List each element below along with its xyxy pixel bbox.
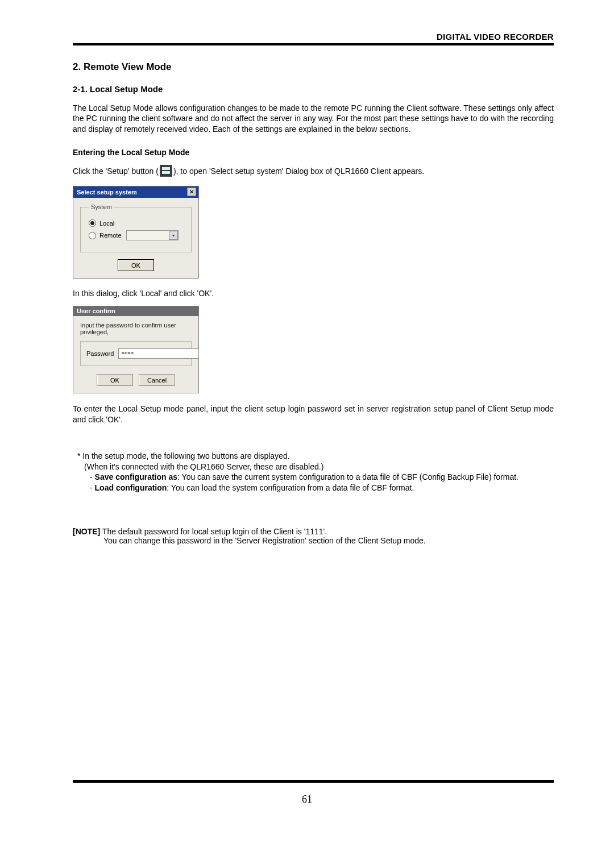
system-legend: System: [89, 203, 114, 210]
setup-icon: [160, 165, 172, 177]
mid-instruction: In this dialog, click 'Local' and click …: [73, 289, 554, 298]
dash1: -: [90, 472, 95, 481]
chevron-down-icon[interactable]: ▾: [169, 231, 178, 240]
user-confirm-dialog: User confirm Input the password to confi…: [73, 306, 199, 393]
footer-rule-wrap: [73, 780, 554, 783]
page-number: 61: [0, 794, 614, 805]
radio-remote-row[interactable]: Remote ▾: [89, 230, 185, 240]
click-setup-line: Click the 'Setup' button ( ), to open 'S…: [73, 165, 554, 177]
select-setup-dialog: Select setup system ✕ System Local Remot…: [73, 186, 199, 279]
cancel-button[interactable]: Cancel: [139, 374, 175, 386]
setup-notes: * In the setup mode, the following two b…: [77, 451, 554, 493]
bullet-load: - Load configuration: You can load the s…: [77, 483, 554, 493]
bullet-line1: * In the setup mode, the following two b…: [77, 451, 554, 461]
section-heading: 2. Remote View Mode: [73, 61, 554, 73]
paragraph-enter-setup: To enter the Local Setup mode panel, inp…: [73, 404, 554, 425]
close-icon[interactable]: ✕: [187, 188, 196, 196]
dash2: -: [90, 483, 95, 492]
bullet-save: - Save configuration as: You can save th…: [77, 472, 554, 482]
page-header: DIGITAL VIDEO RECORDER: [73, 32, 554, 41]
note-line1: The default password for local setup log…: [100, 527, 327, 536]
note-block: [NOTE] The default password for local se…: [73, 527, 554, 545]
password-input[interactable]: [118, 348, 199, 359]
note-label: [NOTE]: [73, 527, 100, 536]
dialog2-titlebar: User confirm: [73, 306, 198, 316]
radio-remote-label: Remote: [99, 232, 122, 239]
password-label: Password: [86, 350, 114, 357]
dialog-titlebar: Select setup system ✕: [73, 186, 198, 198]
save-config-text: : You can save the current system config…: [177, 472, 518, 481]
bullet-line2: (When it's connected with the QLR1660 Se…: [77, 462, 554, 472]
radio-remote[interactable]: [89, 232, 96, 239]
subsection-heading: 2-1. Local Setup Mode: [73, 84, 554, 94]
save-config-label: Save configuration as: [95, 472, 177, 481]
dialog-title-text: Select setup system: [77, 189, 137, 196]
paragraph-intro: The Local Setup Mode allows configuratio…: [73, 103, 554, 134]
load-config-label: Load configuration: [95, 483, 167, 492]
dialog2-message: Input the password to confirm user privi…: [80, 322, 192, 335]
footer-rule: [73, 780, 554, 783]
note-line2: You can change this password in the 'Ser…: [73, 536, 554, 545]
radio-local-row[interactable]: Local: [89, 219, 185, 227]
remote-dropdown[interactable]: ▾: [126, 230, 179, 240]
radio-local[interactable]: [89, 219, 96, 227]
page: DIGITAL VIDEO RECORDER 2. Remote View Mo…: [0, 0, 614, 868]
password-group: Password: [80, 341, 192, 366]
load-config-text: : You can load the system configuration …: [167, 483, 414, 492]
dialog2-title-text: User confirm: [77, 308, 115, 314]
entering-heading: Entering the Local Setup Mode: [73, 148, 554, 157]
click-post: ), to open 'Select setup system' Dialog …: [173, 167, 424, 176]
click-pre: Click the 'Setup' button (: [73, 167, 159, 176]
ok-button[interactable]: OK: [118, 259, 154, 271]
header-rule: [73, 43, 554, 45]
system-fieldset: System Local Remote ▾: [80, 203, 192, 252]
radio-local-label: Local: [99, 220, 114, 227]
ok-button-2[interactable]: OK: [97, 374, 133, 386]
